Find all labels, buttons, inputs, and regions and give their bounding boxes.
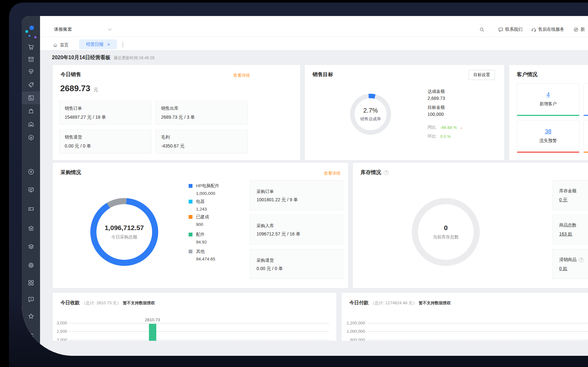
account-name: 体验账套 — [54, 27, 72, 32]
gross-profit-tile[interactable]: 毛利 -4350.67 元 — [156, 130, 248, 154]
mom-row: 环比: 0.0 % — [428, 133, 451, 139]
headset-icon — [531, 27, 536, 32]
apps-icon — [28, 279, 35, 286]
warehouse-icon — [28, 121, 35, 128]
sidebar-item-warehouse[interactable] — [22, 118, 40, 131]
help-icon[interactable]: ? — [384, 170, 388, 175]
legend-item: HP电脑配件 1,000,000 — [189, 183, 219, 196]
churn-warning-tile[interactable]: 38 流失预警 — [517, 120, 579, 153]
inventory-donut-chart: 0 当前库存总数 — [412, 198, 480, 266]
star-icon — [28, 313, 35, 320]
sidebar-item-bag[interactable] — [22, 105, 40, 117]
topbar-actions: 联系我们 售后在线服务 新 — [479, 27, 585, 32]
after-sales-service-button[interactable]: 售后在线服务 — [531, 27, 564, 32]
newbie-guide-button[interactable]: 新 — [573, 27, 585, 32]
sales-order-tile[interactable]: 销售订单 154897.27 元 / 18 单 — [59, 101, 151, 125]
legend-item: 配件 94.92 — [189, 232, 207, 244]
sidebar-item-feedback[interactable] — [22, 293, 40, 306]
help-icon[interactable]: ? — [579, 258, 584, 262]
sidebar-item-gear[interactable] — [22, 259, 40, 272]
target-donut-chart: 2.7% 销售达成率 — [350, 94, 391, 135]
receipt-bar[interactable] — [149, 324, 156, 341]
target-settings-button[interactable]: 目标设置 — [469, 70, 495, 80]
sidebar — [22, 16, 40, 356]
card-title: 今日收款 — [61, 300, 80, 306]
sidebar-item-cart[interactable] — [22, 41, 40, 53]
topbar: 体验账套 联系我们 售后在线服务 新 — [40, 16, 588, 36]
sidebar-item-star[interactable] — [22, 310, 40, 323]
account-switcher[interactable]: 体验账套 — [54, 27, 111, 32]
close-icon[interactable]: × — [107, 42, 110, 47]
report-icon — [28, 94, 35, 101]
legend-item: 其他 94,474.65 — [189, 249, 215, 261]
card-title: 销售目标 — [313, 71, 333, 78]
card-title: 今日销售 — [61, 71, 81, 78]
customer-tile-clipped[interactable] — [584, 120, 588, 153]
cashbox-icon — [28, 134, 35, 141]
purchase-donut-chart: 1,096,712.57 今日采购总额 — [90, 198, 158, 266]
customer-card: 客户情况 4 新增客户 38 流失预警 — [509, 65, 588, 160]
inventory-amount-tile[interactable]: 库存金额 0 元 — [552, 180, 588, 210]
last-updated: 最近更新时间:16:46:29 — [114, 55, 154, 61]
sidebar-item-coin[interactable] — [22, 165, 40, 178]
page-header: 2020年10月14日经营看板 最近更新时间:16:46:29 — [52, 54, 154, 61]
sidebar-item-store[interactable] — [22, 53, 40, 66]
contact-us-button[interactable]: 联系我们 — [498, 27, 523, 32]
tabbar: 首页 经营日报 × — [40, 36, 588, 51]
slow-moving-tile[interactable]: 滞销商品 ? 0 款 — [552, 249, 588, 279]
sidebar-item-cashbox[interactable] — [22, 131, 40, 144]
house-price-icon — [28, 225, 35, 232]
purchase-return-tile[interactable]: 采购退货 0.00 元 / 0 单 — [250, 249, 343, 279]
legend-swatch — [189, 215, 192, 219]
sales-outbound-tile[interactable]: 销售出库 2689.73 元 / 3 单 — [156, 101, 248, 125]
tab-home[interactable]: 首页 — [53, 40, 69, 50]
today-receipts-card: 今日收款 （总计: 2810.73 元） 暂不支持数据授权 3,000 2,50… — [53, 293, 336, 341]
gear-icon — [28, 262, 35, 269]
sidebar-item-gem[interactable] — [22, 65, 40, 78]
search-icon — [479, 27, 485, 32]
legend-item: 电器 1,243 — [189, 199, 207, 211]
sidebar-item-ticket[interactable] — [22, 203, 40, 215]
bar-value-label: 2810.73 — [139, 317, 166, 322]
legend-swatch — [189, 184, 192, 188]
chevron-down-icon — [123, 42, 123, 48]
legend-swatch — [189, 200, 192, 203]
sidebar-item-tag[interactable] — [22, 79, 40, 92]
coin-icon — [28, 168, 35, 175]
sales-amount: 2689.73 元 — [60, 84, 98, 93]
inventory-card: 库存情况 ? 0 当前库存总数 库存金额 0 元 商品总数 163 款 滞销商品 — [353, 163, 588, 288]
compass-icon — [573, 27, 579, 32]
gem-icon — [28, 68, 35, 75]
board-icon — [28, 187, 35, 194]
search-button[interactable] — [479, 27, 485, 32]
sales-return-tile[interactable]: 销售退货 0.00 元 / 0 单 — [59, 130, 151, 154]
feedback-icon — [28, 296, 35, 303]
sidebar-item-report[interactable] — [22, 92, 40, 104]
today-payments-card: 今日付款 （总计: 1274624.48 元） 暂不支持数据授权 1,200,0… — [342, 293, 588, 341]
legend-item: 已建成 900 — [189, 214, 209, 227]
layers-icon — [28, 243, 35, 250]
arrow-down-icon: ↓ — [460, 125, 462, 130]
card-title: 客户情况 — [517, 71, 537, 78]
purchase-order-tile[interactable]: 采购订单 1001801.22 元 / 9 单 — [250, 180, 343, 210]
sidebar-item-apps[interactable] — [22, 276, 40, 289]
legend-swatch — [189, 250, 192, 253]
sidebar-item-board[interactable] — [22, 184, 40, 196]
cart-icon — [28, 44, 35, 51]
card-title: 今日付款 — [349, 300, 369, 306]
customer-tile-clipped[interactable] — [584, 83, 588, 116]
tab-list-dropdown[interactable] — [123, 42, 123, 48]
sidebar-item-house-price[interactable] — [22, 222, 40, 235]
tag-icon — [28, 82, 35, 89]
new-customers-tile[interactable]: 4 新增客户 — [517, 83, 579, 116]
page-title: 2020年10月14日经营看板 — [52, 54, 110, 61]
product-total-tile[interactable]: 商品总数 163 款 — [552, 214, 588, 244]
sidebar-item-layers[interactable] — [22, 240, 40, 253]
tab-daily-report[interactable]: 经营日报 × — [79, 39, 117, 49]
purchase-inbound-tile[interactable]: 采购入库 1096712.57 元 / 16 单 — [250, 214, 343, 244]
dashboard-content: 2020年10月14日经营看板 最近更新时间:16:46:29 今日销售 查看详… — [40, 51, 588, 356]
bag-icon — [28, 108, 35, 115]
purchase-detail-link[interactable]: 查看详情 — [324, 171, 340, 176]
sales-detail-link[interactable]: 查看详情 — [233, 73, 250, 78]
home-icon — [53, 43, 58, 48]
